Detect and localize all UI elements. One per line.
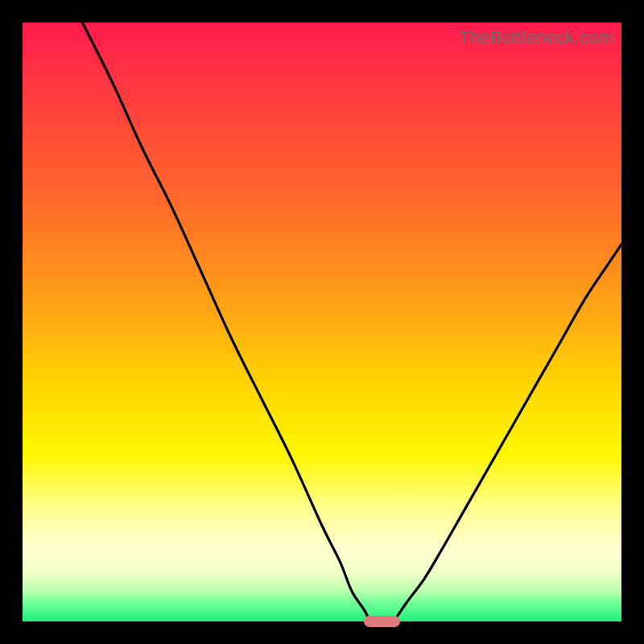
bottleneck-marker [364,616,400,627]
bottleneck-curve [23,23,621,621]
plot-area: TheBottleneck.com [23,23,621,621]
curve-right-branch [394,244,621,621]
curve-left-branch [82,23,369,621]
chart-frame: TheBottleneck.com [0,0,644,644]
